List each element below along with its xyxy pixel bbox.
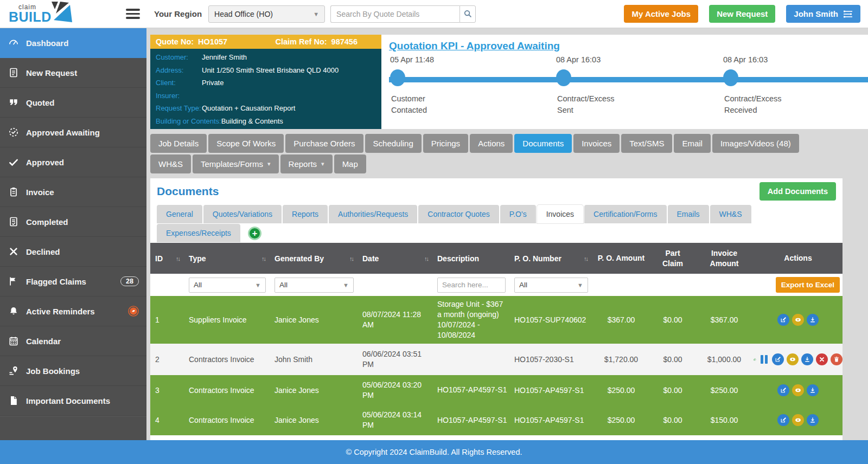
sidebar-item-label: Calendar — [26, 337, 61, 346]
sidebar-item-new-request[interactable]: New Request — [0, 58, 146, 88]
sidebar-item-active-reminders[interactable]: Active Reminders — [0, 297, 146, 326]
sidebar-item-flagged-claims[interactable]: Flagged Claims 28 — [0, 267, 146, 297]
table-row[interactable]: 3 Contractors Invoice Janice Jones 05/06… — [150, 375, 843, 405]
search-button[interactable] — [459, 5, 476, 23]
approve-thumbs-up-button[interactable] — [754, 353, 756, 365]
view-button[interactable] — [787, 353, 799, 365]
subtab-authorities-requests[interactable]: Authorities/Requests — [329, 205, 417, 223]
table-row[interactable]: 1 Suppliers Invoice Janice Jones 08/07/2… — [150, 296, 843, 344]
view-button[interactable] — [792, 314, 804, 326]
tab-scheduling[interactable]: Scheduling — [365, 134, 422, 153]
tab-email[interactable]: Email — [674, 134, 711, 153]
col-description: Description — [437, 254, 479, 263]
sidebar-item-job-bookings[interactable]: Job Bookings — [0, 356, 146, 386]
tab-map[interactable]: Map — [334, 154, 366, 173]
generated-by-filter-dropdown[interactable]: All▼ — [275, 278, 354, 293]
add-subtab-button[interactable]: + — [248, 227, 261, 240]
tab-job-details[interactable]: Job Details — [150, 134, 207, 153]
footer: © Copyright 2024 ClaimBuild. All Rights … — [0, 440, 868, 464]
sidebar-item-invoice[interactable]: Invoice — [0, 177, 146, 207]
sidebar-item-important-documents[interactable]: Important Documents — [0, 386, 146, 416]
sidebar-item-approved[interactable]: Approved — [0, 147, 146, 177]
subtab-reports[interactable]: Reports — [283, 205, 328, 223]
type-filter-dropdown[interactable]: All▼ — [189, 278, 266, 293]
customer-value: Jennifer Smith — [202, 53, 247, 62]
region-dropdown[interactable]: Head Office (HO) ▼ — [208, 5, 325, 23]
add-documents-button[interactable]: Add Documents — [760, 182, 836, 201]
tab-actions[interactable]: Actions — [470, 134, 513, 153]
app-logo[interactable]: claim BUILD — [9, 4, 52, 24]
cell-invoice-amount: $150.00 — [695, 416, 754, 424]
sidebar-item-quoted[interactable]: Quoted — [0, 88, 146, 118]
tab-purchase-orders[interactable]: Purchase Orders — [285, 134, 363, 153]
sort-icon[interactable]: ↑↓ — [176, 255, 184, 262]
quote-info-panel: Quote No:HO1057 Claim Ref No:987456 Cust… — [150, 35, 381, 129]
table-row[interactable]: 4 Contractors Invoice Janice Jones 05/06… — [150, 405, 843, 435]
tab-reports[interactable]: Reports▾ — [280, 154, 333, 173]
hold-pause-button[interactable] — [761, 355, 768, 364]
edit-button[interactable] — [777, 314, 789, 326]
tab-text-sms[interactable]: Text/SMS — [621, 134, 672, 153]
sort-icon[interactable]: ↑↓ — [424, 255, 432, 262]
eye-icon — [795, 387, 801, 394]
export-to-excel-button[interactable]: Export to Excel — [776, 277, 840, 293]
edit-button[interactable] — [772, 353, 784, 365]
download-button[interactable] — [801, 353, 813, 365]
sort-icon[interactable]: ↑↓ — [584, 255, 592, 262]
cell-type: Contractors Invoice — [184, 416, 270, 424]
delete-button[interactable] — [831, 353, 843, 365]
download-button[interactable] — [807, 414, 819, 426]
subtab-general[interactable]: General — [157, 205, 202, 223]
sort-icon[interactable]: ↑↓ — [261, 255, 270, 262]
view-button[interactable] — [792, 414, 804, 426]
po-number-filter-dropdown[interactable]: All▼ — [514, 278, 588, 293]
edit-button[interactable] — [777, 414, 789, 426]
sort-icon[interactable]: ↑↓ — [349, 255, 358, 262]
sidebar-item-label: Invoice — [26, 188, 54, 197]
my-active-jobs-button[interactable]: My Active Jobs — [624, 5, 698, 23]
subtab-expenses-receipts[interactable]: Expenses/Receipts — [157, 224, 240, 242]
subtab-contractor-quotes[interactable]: Contractor Quotes — [418, 205, 499, 223]
table-row[interactable]: 2 Contractors Invoice John Smith 06/06/2… — [150, 344, 843, 375]
new-request-button[interactable]: New Request — [709, 5, 775, 23]
subtab-certification-forms[interactable]: Certification/Forms — [584, 205, 666, 223]
sidebar-item-calendar[interactable]: Calendar — [0, 326, 146, 356]
sidebar-item-label: Quoted — [26, 98, 55, 107]
eye-icon — [795, 317, 801, 323]
quote-search-input[interactable] — [330, 5, 459, 23]
description-search-input[interactable] — [437, 278, 506, 293]
tab-whs[interactable]: WH&S — [150, 154, 191, 173]
field-label: Insurer: — [156, 91, 202, 100]
cell-part-claim: $0.00 — [650, 386, 695, 395]
tab-pricings[interactable]: Pricings — [423, 134, 468, 153]
sidebar-item-declined[interactable]: Declined — [0, 237, 146, 267]
reject-button[interactable] — [816, 353, 828, 365]
subtab-emails[interactable]: Emails — [668, 205, 709, 223]
kpi-title-link[interactable]: Quotation KPI - Approved Awaiting — [389, 40, 560, 52]
tab-documents[interactable]: Documents — [514, 134, 572, 153]
download-button[interactable] — [807, 384, 819, 396]
download-icon — [809, 387, 816, 394]
tab-invoices[interactable]: Invoices — [573, 134, 620, 153]
calendar-icon — [8, 336, 19, 346]
sidebar-item-completed[interactable]: Completed — [0, 207, 146, 237]
sidebar-item-dashboard[interactable]: Dashboard — [0, 28, 146, 58]
download-button[interactable] — [807, 314, 819, 326]
subtab-invoices[interactable]: Invoices — [537, 205, 583, 223]
cell-po-amount: $367.00 — [592, 315, 650, 324]
menu-toggle-icon[interactable] — [126, 9, 140, 19]
download-icon — [804, 356, 810, 363]
user-menu-button[interactable]: John Smith — [786, 5, 860, 23]
tab-scope-of-works[interactable]: Scope Of Works — [208, 134, 284, 153]
edit-button[interactable] — [777, 384, 789, 396]
cell-po-number: HO1057-AP4597-S1 — [509, 386, 592, 395]
tab-images-videos[interactable]: Images/Videos (48) — [712, 134, 799, 153]
subtab-pos[interactable]: P.O's — [500, 205, 536, 223]
sidebar-item-approved-awaiting[interactable]: Approved Awaiting — [0, 118, 146, 147]
subtab-quotes-variations[interactable]: Quotes/Variations — [203, 205, 282, 223]
view-button[interactable] — [792, 384, 804, 396]
cell-po-number: HO1057-SUP740602 — [509, 315, 592, 324]
subtab-whs[interactable]: WH&S — [710, 205, 751, 223]
milestone-label: Contract/Excess — [557, 93, 615, 105]
tab-templates-forms[interactable]: Templates/Forms▾ — [193, 154, 279, 173]
